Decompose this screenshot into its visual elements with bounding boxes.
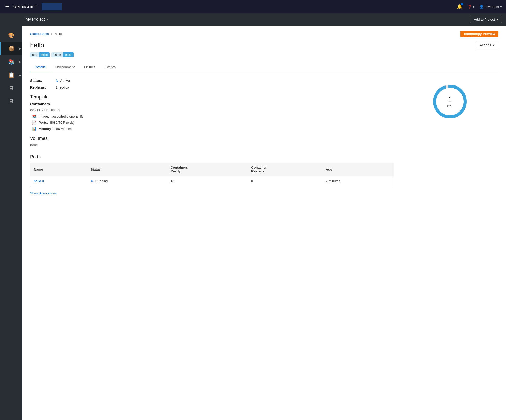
sidebar-item-monitoring[interactable]: 🖥 (0, 95, 22, 108)
network-icon: 🖥 (9, 85, 14, 91)
status-label: Status: (30, 79, 56, 83)
template-section-title: Template (30, 94, 394, 100)
actions-chevron-icon: ▾ (493, 43, 495, 47)
overview-icon: 🎨 (8, 32, 15, 38)
tag-name: name hello (51, 52, 73, 57)
builds-expand-icon: ▶ (19, 73, 21, 77)
pods-header-row: Name Status ContainersReady ContainerRes… (30, 163, 394, 176)
col-age: Age (322, 163, 394, 176)
breadcrumb-parent-link[interactable]: Stateful Sets (30, 32, 49, 36)
sidebar-item-storage[interactable]: 📚 ▶ (0, 55, 22, 68)
donut-center: 1 pod (447, 96, 453, 107)
user-menu[interactable]: 👤 developer ▾ (479, 5, 502, 9)
pod-status-cell: ↻ Running (87, 176, 167, 186)
tab-events[interactable]: Events (100, 63, 120, 72)
tech-preview-badge: Technology Preview (460, 31, 498, 37)
volumes-section-title: Volumes (30, 136, 394, 141)
tag-app-key: app (30, 52, 39, 57)
help-menu[interactable]: ❓ ▾ (467, 5, 474, 9)
logo-box (42, 3, 62, 10)
pod-containers-ready-cell: 1/1 (167, 176, 248, 186)
hamburger-menu[interactable]: ☰ (4, 3, 10, 10)
show-annotations-link[interactable]: Show Annotations (30, 191, 57, 195)
ports-row: 📈 Ports: 8080/TCP (web) (32, 120, 394, 125)
pods-table-body: hello-0 ↻ Running 1/1 0 2 minutes (30, 176, 394, 186)
page-header: hello Actions ▾ (30, 41, 498, 49)
memory-value: 256 MiB limit (54, 127, 73, 131)
col-name: Name (30, 163, 87, 176)
col-status: Status (87, 163, 167, 176)
sync-icon: ↻ (56, 79, 59, 83)
tab-environment[interactable]: Environment (50, 63, 80, 72)
sidebar-item-workloads[interactable]: 📦 ▶ (0, 42, 22, 55)
pods-table: Name Status ContainersReady ContainerRes… (30, 163, 394, 186)
col-containers-ready: ContainersReady (167, 163, 248, 176)
image-value: aosqe/hello-openshift (51, 115, 83, 118)
tab-details[interactable]: Details (30, 63, 50, 72)
image-row: 📚 Image: aosqe/hello-openshift (32, 114, 394, 118)
ports-label: Ports: (39, 121, 48, 125)
breadcrumb-current: hello (55, 32, 62, 36)
project-chevron-icon: ▾ (47, 18, 48, 21)
actions-button[interactable]: Actions ▾ (476, 41, 498, 49)
sidebar-item-network[interactable]: 🖥 (0, 82, 22, 95)
pods-section: Pods Name Status ContainersReady Contain… (30, 154, 394, 186)
breadcrumb-separator: » (51, 32, 53, 36)
breadcrumb: Stateful Sets » hello Technology Preview (30, 31, 498, 37)
pod-age-cell: 2 minutes (322, 176, 394, 186)
memory-row: 📊 Memory: 256 MiB limit (32, 127, 394, 131)
col-container-restarts: ContainerRestarts (248, 163, 322, 176)
project-selector[interactable]: My Project ▾ (26, 17, 48, 22)
add-to-project-label: Add to Project (474, 18, 495, 21)
workloads-expand-icon: ▶ (19, 47, 21, 50)
replicas-value: 1 replica (56, 85, 69, 89)
builds-icon: 📋 (8, 72, 15, 78)
add-to-project-chevron-icon: ▾ (496, 18, 498, 21)
status-text: Active (60, 79, 70, 83)
pod-restarts-cell: 0 (248, 176, 322, 186)
replicas-label: Replicas: (30, 85, 56, 89)
nav-right: 🔔 ❓ ▾ 👤 developer ▾ (457, 4, 502, 9)
tab-bar: Details Environment Metrics Events (30, 63, 498, 72)
pod-name-cell: hello-0 (30, 176, 87, 186)
sidebar-item-overview[interactable]: 🎨 (0, 29, 22, 42)
content-grid: Status: ↻ Active Replicas: 1 replica Tem… (30, 79, 498, 195)
tag-app: app hello (30, 52, 50, 57)
donut-label: pod (447, 103, 453, 107)
monitoring-icon: 🖥 (9, 98, 14, 104)
pod-name-link[interactable]: hello-0 (34, 179, 44, 183)
image-icon: 📚 (32, 114, 36, 118)
tag-app-value: hello (39, 52, 50, 57)
container-info: 📚 Image: aosqe/hello-openshift 📈 Ports: … (30, 114, 394, 131)
sidebar-item-builds[interactable]: 📋 ▶ (0, 68, 22, 82)
ports-icon: 📈 (32, 120, 36, 125)
storage-icon: 📚 (8, 59, 15, 65)
pod-status-text: Running (95, 179, 108, 183)
containers-subtitle: Containers (30, 102, 394, 106)
secondary-navbar: My Project ▾ Add to Project ▾ (0, 13, 506, 26)
container-label: CONTAINER: HELLO (30, 109, 394, 112)
status-value: ↻ Active (56, 79, 70, 83)
notification-icon[interactable]: 🔔 (457, 4, 462, 9)
memory-label: Memory: (39, 127, 52, 131)
pods-table-header: Name Status ContainersReady ContainerRes… (30, 163, 394, 176)
donut-number: 1 (447, 96, 453, 103)
tag-list: app hello name hello (30, 52, 498, 57)
add-to-project-button[interactable]: Add to Project ▾ (470, 16, 502, 23)
workloads-icon: 📦 (8, 45, 15, 52)
left-sidebar: 🎨 📦 ▶ 📚 ▶ 📋 ▶ 🖥 🖥 (0, 26, 22, 420)
table-row: hello-0 ↻ Running 1/1 0 2 minutes (30, 176, 394, 186)
storage-expand-icon: ▶ (19, 60, 21, 64)
notification-badge (461, 3, 463, 5)
memory-icon: 📊 (32, 127, 36, 131)
image-label: Image: (39, 115, 49, 118)
main-content: Stateful Sets » hello Technology Preview… (22, 26, 506, 420)
page-title: hello (30, 41, 44, 49)
tag-name-key: name (51, 52, 63, 57)
actions-label: Actions (479, 43, 491, 47)
replicas-row: Replicas: 1 replica (30, 85, 394, 89)
donut-container: 1 pod (429, 81, 470, 122)
volumes-value: none (30, 143, 394, 147)
openshift-logo: OPENSHIFT (13, 5, 37, 9)
tab-metrics[interactable]: Metrics (79, 63, 100, 72)
